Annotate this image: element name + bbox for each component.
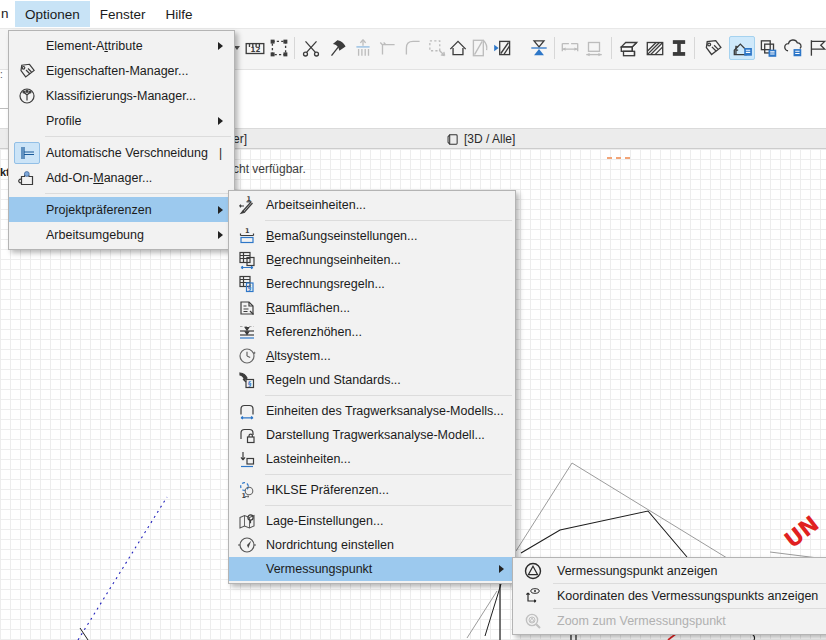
menu-item-structural-analysis-display[interactable]: Darstellung Tragwerksanalyse-Modell... [229, 423, 515, 447]
blue-dashed-guide-line[interactable] [78, 497, 167, 640]
menu-item-property-manager[interactable]: Eigenschaften-Manager... [9, 58, 234, 83]
roof-button[interactable] [446, 36, 470, 60]
adjust-elements-button[interactable] [351, 36, 375, 60]
menu-item-location-settings[interactable]: Lage-Einstellungen... [229, 509, 515, 533]
svg-text:1: 1 [242, 492, 247, 500]
split-panel-button[interactable] [491, 36, 515, 60]
zones-icon [229, 298, 265, 318]
menu-item-reference-levels[interactable]: Referenzhöhen... [229, 320, 515, 344]
tab-3d-label: [3D / Alle] [464, 132, 515, 146]
menu-item-work-environment[interactable]: Arbeitsumgebung [9, 222, 234, 247]
menubar-item-hilfe[interactable]: Hilfe [156, 1, 203, 27]
merge-elements-button[interactable] [527, 36, 551, 60]
toolbar-separator [611, 37, 612, 59]
menu-separator [265, 220, 512, 221]
project-preferences-submenu: 1 Arbeitseinheiten... 1 Bemaßungseinstel… [228, 190, 516, 584]
auto-intersection-icon [14, 142, 40, 164]
svg-text:§: § [248, 284, 252, 292]
menu-item-addon-manager[interactable]: Add-On-Manager... [9, 165, 234, 190]
menu-item-auto-intersection[interactable]: Automatische Verschneidung | [9, 140, 234, 165]
north-compass-icon [229, 535, 265, 555]
menu-item-structural-analysis-units[interactable]: Einheiten des Tragwerksanalyse-Modells..… [229, 399, 515, 423]
survey-point-icon [513, 561, 553, 581]
scale-fragment-label: : [0, 69, 3, 80]
tab-3d-view[interactable]: [3D / Alle] [446, 129, 515, 149]
dimension-box-button[interactable] [582, 36, 606, 60]
menu-item-calculation-rules[interactable]: § Berechnungsregeln... [229, 272, 515, 296]
black-diagonal-line[interactable] [485, 584, 501, 636]
submenu-arrow-icon [218, 42, 234, 50]
copy-properties-button[interactable] [756, 36, 780, 60]
working-units-icon: 1 [229, 195, 265, 215]
menu-item-legacy[interactable]: Altsystem... [229, 344, 515, 368]
menubar-item-fenster[interactable]: Fenster [90, 1, 156, 27]
menu-item-set-north[interactable]: Nordrichtung einstellen [229, 533, 515, 557]
menu-item-mep-preferences[interactable]: 1 HKLSE Präferenzen... [229, 478, 515, 502]
menu-item-project-preferences[interactable]: Projektpräferenzen [9, 197, 234, 222]
profile-ibeam-button[interactable] [667, 36, 691, 60]
classification-tree-icon [9, 86, 45, 106]
gray-diagonal-line[interactable] [467, 591, 497, 638]
reference-levels-icon [229, 322, 265, 342]
fillet-button[interactable] [401, 36, 425, 60]
menu-item-zoom-to-survey-point[interactable]: Zoom zum Vermessungspunkt [513, 610, 826, 632]
calculation-units-icon [229, 250, 265, 270]
menu-item-survey-point[interactable]: Vermessungspunkt [229, 557, 515, 581]
menu-separator [265, 474, 512, 475]
renovation-filter-button[interactable] [729, 36, 755, 60]
menu-item-calculation-units[interactable]: Berechnungseinheiten... [229, 248, 515, 272]
menu-item-show-survey-point[interactable]: Vermessungspunkt anzeigen [513, 560, 826, 582]
menu-item-working-units[interactable]: 1 Arbeitseinheiten... [229, 193, 515, 217]
axe-button[interactable] [325, 36, 349, 60]
options-menu: Element-Attribute Eigenschaften-Manager.… [8, 30, 235, 250]
toolbar-separator [294, 37, 295, 59]
tab-floorplan-partial[interactable]: er] [233, 129, 247, 149]
menu-item-rules-standards[interactable]: § Regeln und Standards... [229, 368, 515, 392]
toolbar-separator [554, 37, 555, 59]
menu-item-load-units[interactable]: Lasteinheiten... [229, 447, 515, 471]
red-site-label: UN [780, 511, 824, 553]
survey-zoom-icon [513, 611, 553, 631]
puzzle-icon [9, 168, 45, 188]
menubar-item-partial[interactable]: n [0, 0, 11, 28]
panel-divider-line [0, 108, 8, 109]
shortcut-label: | [219, 146, 234, 160]
brick-construction-button[interactable] [617, 36, 641, 60]
load-units-icon [229, 449, 265, 469]
dimension-settings-icon: 1 [229, 226, 265, 246]
tag-icon [9, 61, 45, 81]
3d-box-icon [446, 133, 459, 146]
tag-button[interactable] [701, 36, 725, 60]
menu-separator [265, 505, 512, 506]
menu-separator [45, 193, 231, 194]
calculation-rules-icon: § [229, 274, 265, 294]
menubar-item-optionen[interactable]: Optionen [15, 1, 90, 27]
cloud-properties-button[interactable] [781, 36, 805, 60]
menu-separator [553, 608, 826, 609]
flag-button[interactable] [806, 36, 826, 60]
location-map-icon [229, 511, 265, 531]
menu-item-dimension-settings[interactable]: 1 Bemaßungseinstellungen... [229, 224, 515, 248]
mep-preferences-icon: 1 [229, 480, 265, 500]
archicad-window: n Optionen Fenster Hilfe 12 [0, 0, 826, 640]
hatch-button[interactable] [643, 36, 667, 60]
trim-corner-button[interactable] [376, 36, 400, 60]
submenu-arrow-icon [218, 117, 234, 125]
marquee-button[interactable] [267, 36, 291, 60]
survey-coordinates-icon [513, 586, 553, 606]
svg-text:12: 12 [251, 45, 261, 54]
survey-point-flyout: Vermessungspunkt anzeigen Koordinaten de… [512, 557, 826, 635]
svg-text:1: 1 [245, 227, 250, 235]
menu-item-show-survey-coordinates[interactable]: Koordinaten des Vermessungspunkts anzeig… [513, 585, 826, 607]
dimension-linear-button[interactable] [558, 36, 582, 60]
menu-item-profile[interactable]: Profile [9, 108, 234, 133]
gray-roof-outline[interactable] [516, 463, 727, 558]
scissors-button[interactable] [299, 36, 323, 60]
menu-item-zones[interactable]: Raumflächen... [229, 296, 515, 320]
menu-item-element-attribute[interactable]: Element-Attribute [9, 33, 234, 58]
legacy-clock-icon [229, 346, 265, 366]
door-button[interactable] [468, 36, 492, 60]
menu-item-classification-manager[interactable]: Klassifizierungs-Manager... [9, 83, 234, 108]
dimension-units-button[interactable]: 12 [243, 36, 267, 60]
menu-bar: n Optionen Fenster Hilfe [0, 0, 826, 28]
